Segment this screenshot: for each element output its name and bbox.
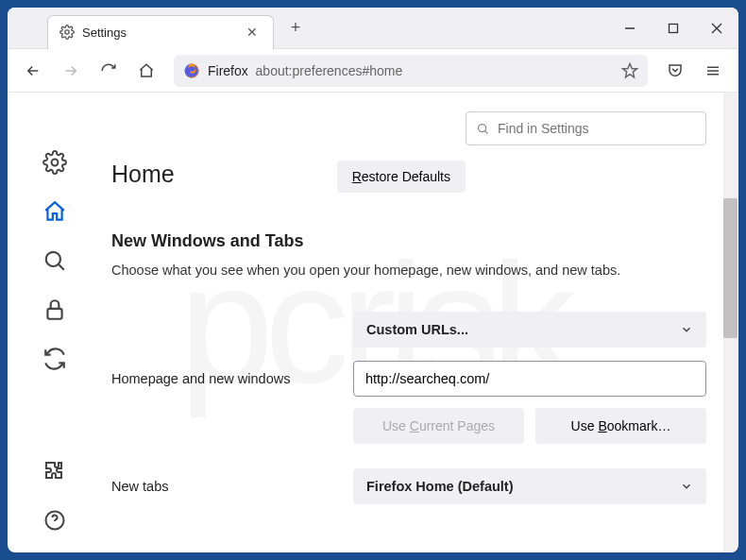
gear-icon bbox=[59, 25, 75, 40]
homepage-select[interactable]: Custom URLs... bbox=[353, 312, 706, 348]
sidebar-item-home[interactable] bbox=[42, 198, 68, 225]
url-bar[interactable]: Firefox about:preferences#home bbox=[174, 55, 648, 87]
find-in-settings[interactable] bbox=[466, 111, 706, 145]
section-title: New Windows and Tabs bbox=[111, 231, 706, 251]
new-tab-button[interactable]: + bbox=[280, 12, 312, 44]
section-desc: Choose what you see when you open your h… bbox=[111, 261, 706, 280]
content-area: pcrisk Restore Defaults Home New Windows… bbox=[8, 93, 738, 552]
newtabs-label: New tabs bbox=[111, 479, 338, 494]
sidebar-item-general[interactable] bbox=[42, 149, 68, 176]
sidebar-item-sync[interactable] bbox=[42, 346, 68, 372]
svg-point-0 bbox=[65, 30, 69, 34]
page-title: Home bbox=[111, 161, 175, 188]
sidebar-item-extensions[interactable] bbox=[42, 458, 68, 484]
newtabs-select-value: Firefox Home (Default) bbox=[366, 479, 514, 494]
svg-rect-12 bbox=[47, 309, 61, 319]
settings-sidebar bbox=[8, 93, 102, 552]
svg-point-10 bbox=[46, 252, 60, 266]
maximize-button[interactable] bbox=[652, 8, 695, 49]
use-bookmark-button[interactable]: Use Bookmark… bbox=[535, 408, 706, 444]
homepage-url-row: Homepage and new windows bbox=[111, 361, 706, 397]
window: Settings ✕ + Firefox about:preferences#h… bbox=[8, 8, 738, 552]
newtabs-select[interactable]: Firefox Home (Default) bbox=[353, 468, 706, 504]
back-button[interactable] bbox=[17, 55, 49, 87]
reload-button[interactable] bbox=[93, 55, 125, 87]
tab-title: Settings bbox=[82, 25, 235, 40]
home-button[interactable] bbox=[130, 55, 162, 87]
chevron-down-icon bbox=[680, 323, 693, 336]
homepage-row: Custom URLs... bbox=[111, 312, 706, 348]
search-icon bbox=[476, 122, 490, 136]
pocket-icon[interactable] bbox=[659, 55, 691, 87]
homepage-and-new-windows-label: Homepage and new windows bbox=[111, 371, 338, 386]
close-window-button[interactable] bbox=[695, 8, 738, 49]
minimize-button[interactable] bbox=[608, 8, 652, 49]
forward-button[interactable] bbox=[55, 55, 87, 87]
browser-tab[interactable]: Settings ✕ bbox=[47, 15, 274, 49]
titlebar: Settings ✕ + bbox=[8, 8, 738, 49]
homepage-button-row: Use Current Pages Use Bookmark… bbox=[353, 408, 706, 444]
svg-line-11 bbox=[59, 264, 64, 270]
close-tab-icon[interactable]: ✕ bbox=[243, 23, 262, 42]
svg-point-9 bbox=[52, 160, 59, 166]
sidebar-item-privacy[interactable] bbox=[42, 297, 68, 323]
window-controls bbox=[608, 8, 738, 49]
svg-line-15 bbox=[484, 130, 487, 133]
use-current-pages-button[interactable]: Use Current Pages bbox=[353, 408, 524, 444]
restore-defaults-button[interactable]: Restore Defaults bbox=[337, 161, 466, 193]
sidebar-item-help[interactable] bbox=[42, 507, 68, 534]
firefox-icon bbox=[183, 62, 200, 79]
chevron-down-icon bbox=[680, 480, 693, 493]
menu-icon[interactable] bbox=[697, 55, 729, 87]
sidebar-item-search[interactable] bbox=[42, 247, 68, 274]
svg-rect-2 bbox=[670, 25, 678, 33]
url-text: Firefox about:preferences#home bbox=[208, 63, 402, 78]
settings-main: Restore Defaults Home New Windows and Ta… bbox=[102, 93, 738, 552]
homepage-url-input[interactable] bbox=[353, 361, 706, 397]
find-in-settings-input[interactable] bbox=[498, 121, 696, 136]
homepage-select-value: Custom URLs... bbox=[366, 322, 468, 337]
newtabs-row: New tabs Firefox Home (Default) bbox=[111, 468, 706, 504]
scrollbar-thumb[interactable] bbox=[723, 198, 738, 338]
nav-toolbar: Firefox about:preferences#home bbox=[8, 49, 738, 93]
bookmark-star-icon[interactable] bbox=[621, 62, 638, 79]
